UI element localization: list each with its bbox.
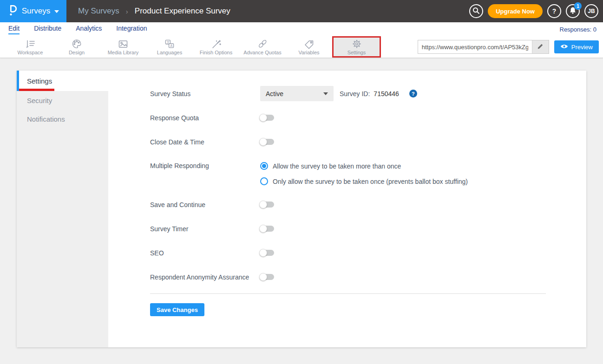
close-date-time-row: Close Date & Time [150,134,586,150]
media-image-icon [118,39,129,49]
settings-card: Settings Security Notifications Survey S… [17,71,586,347]
survey-status-value: Active [266,90,323,98]
breadcrumb-current-survey: Product Experience Survey [135,6,230,16]
topbar-actions: Upgrade Now ? 1 JB [469,4,603,18]
survey-status-label: Survey Status [150,90,260,98]
radio-allow-multiple[interactable]: Allow the survey to be taken more than o… [260,162,468,170]
workspace-icon [25,39,36,49]
app-label: Surveys [22,6,50,16]
page-body: Settings Security Notifications Survey S… [0,58,603,364]
tab-integration[interactable]: Integration [116,25,147,34]
breadcrumb-separator: › [126,7,128,15]
magic-wand-icon [210,39,222,49]
survey-url-input[interactable] [418,40,532,53]
user-avatar[interactable]: JB [584,4,598,18]
survey-timer-row: Survey Timer [150,221,586,236]
toolbar-item-languages[interactable]: 文 A Languages [146,36,193,58]
notification-count-badge: 1 [574,2,582,10]
toolbar-item-settings[interactable]: Settings [332,36,381,58]
design-palette-icon [71,39,82,49]
preview-label: Preview [571,44,593,51]
toggle-knob [259,138,267,146]
tab-analytics[interactable]: Analytics [76,25,102,34]
toggle-knob [259,249,267,257]
help-button[interactable]: ? [547,4,561,18]
search-icon [472,7,480,16]
toggle-knob [259,273,267,281]
survey-status-row: Survey Status Active Survey ID: 7150446 … [150,86,586,101]
questionpro-logo-icon [7,4,18,19]
survey-id-label: Survey ID: [340,90,370,98]
sidebar-item-settings[interactable]: Settings [17,71,108,91]
settings-sidebar: Settings Security Notifications [17,71,108,347]
survey-status-dropdown[interactable]: Active [260,86,334,101]
toolbar-item-design[interactable]: Design [53,36,100,58]
pencil-icon [537,43,544,52]
toolbar-item-finish-options[interactable]: Finish Options [193,36,239,58]
avatar-initials: JB [588,8,595,14]
radio-button-icon [260,162,268,170]
multiple-responding-row: Multiple Responding Allow the survey to … [150,158,586,185]
toolbar-item-media-library[interactable]: Media Library [100,36,146,58]
toolbar-right-actions: Preview [418,36,603,58]
multiple-responding-options: Allow the survey to be taken more than o… [260,158,468,185]
svg-text:A: A [170,44,172,48]
question-mark-icon: ? [552,7,557,15]
save-and-continue-toggle[interactable] [260,202,274,208]
seo-toggle[interactable] [260,250,274,256]
toggle-knob [259,225,267,233]
edit-toolbar: Workspace Design Media Library 文 [0,36,603,58]
survey-timer-toggle[interactable] [260,226,274,232]
preview-button[interactable]: Preview [554,40,599,53]
toolbar-item-workspace[interactable]: Workspace [7,36,53,58]
chain-link-icon [257,39,268,49]
breadcrumb: My Surveys › Product Experience Survey [78,6,230,16]
save-changes-button[interactable]: Save Changes [150,303,204,316]
response-quota-row: Response Quota [150,110,586,125]
form-divider [150,293,546,294]
response-quota-toggle[interactable] [260,115,274,121]
multiple-responding-label: Multiple Responding [150,158,260,185]
chevron-down-icon [54,10,59,13]
survey-url-field [418,40,549,54]
gear-icon [351,39,362,49]
radio-only-once[interactable]: Only allow the survey to be taken once (… [260,177,468,185]
toolbar-item-advance-quotas[interactable]: Advance Quotas [239,36,286,58]
tag-icon [303,39,315,49]
seo-row: SEO [150,245,586,260]
chevron-down-icon [323,92,328,95]
respondent-anonymity-row: Respondent Anonymity Assurance [150,269,586,285]
tab-distribute[interactable]: Distribute [34,25,61,34]
settings-form: Survey Status Active Survey ID: 7150446 … [108,71,586,347]
survey-nav-bar: Edit Distribute Analytics Integration Re… [0,22,603,36]
radio-button-icon [260,177,268,185]
survey-id-help-icon[interactable]: ? [409,90,417,98]
respondent-anonymity-toggle[interactable] [260,274,274,280]
breadcrumb-my-surveys[interactable]: My Surveys [78,6,119,16]
notifications-button[interactable]: 1 [566,4,580,18]
tab-edit[interactable]: Edit [8,25,20,34]
sidebar-item-notifications[interactable]: Notifications [17,110,108,128]
save-and-continue-row: Save and Continue [150,197,586,212]
upgrade-now-button[interactable]: Upgrade Now [488,4,543,18]
surveys-product-menu-button[interactable]: Surveys [0,0,66,22]
toggle-knob [259,114,267,122]
edit-url-button[interactable] [532,40,549,53]
search-button[interactable] [469,4,483,18]
eye-icon [560,44,568,51]
survey-id-value: 7150446 [374,90,399,98]
responses-count: Responses: 0 [560,26,597,33]
sidebar-item-security[interactable]: Security [17,91,108,110]
top-header-bar: Surveys My Surveys › Product Experience … [0,0,603,22]
active-blue-bar [17,71,19,91]
translate-icon: 文 A [164,39,175,49]
close-date-time-toggle[interactable] [260,139,274,145]
toolbar-item-variables[interactable]: Variables [286,36,332,58]
nav-tabs: Edit Distribute Analytics Integration [8,25,147,34]
toggle-knob [259,201,267,208]
